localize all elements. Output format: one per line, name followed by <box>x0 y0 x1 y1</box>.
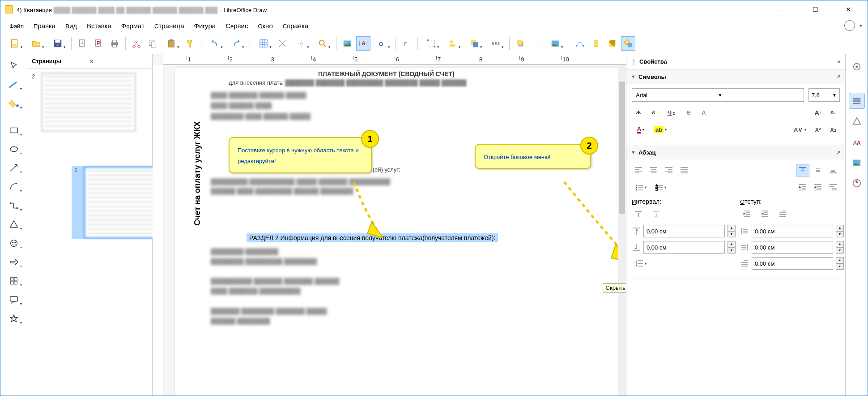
pages-panel-close[interactable]: × <box>90 58 148 65</box>
save-button[interactable] <box>48 36 68 51</box>
spinner[interactable]: ▲▼ <box>836 257 844 270</box>
crop-button[interactable] <box>529 36 544 51</box>
overline-button[interactable]: A <box>697 106 711 119</box>
increase-font-button[interactable]: A↑ <box>811 106 825 119</box>
align-obj-button[interactable] <box>443 36 463 51</box>
page-thumb-2[interactable]: 2 <box>32 73 148 131</box>
line-spacing-button[interactable] <box>632 257 650 270</box>
dec-indent-button[interactable] <box>811 181 825 194</box>
menu-tools[interactable]: Сервис <box>221 20 252 31</box>
space-above-field[interactable] <box>643 225 725 237</box>
print-button[interactable] <box>107 36 122 51</box>
pointer-tool[interactable] <box>4 58 24 74</box>
zoom-button[interactable] <box>313 36 332 51</box>
strike-button[interactable]: S <box>682 106 695 119</box>
open-button[interactable] <box>26 36 46 51</box>
spinner[interactable]: ▲▼ <box>836 241 844 254</box>
filter-button[interactable] <box>545 36 565 51</box>
basic-shapes-tool[interactable] <box>4 216 24 232</box>
align-center-button[interactable] <box>647 164 660 176</box>
line-arrow-tool[interactable] <box>4 160 24 176</box>
valign-bot-button[interactable] <box>826 164 840 176</box>
cut-button[interactable] <box>129 36 144 51</box>
close-button[interactable]: ✕ <box>838 3 859 16</box>
section-more-icon[interactable]: ↗ <box>836 73 841 80</box>
sidebar-styles-icon[interactable]: AA <box>849 134 865 150</box>
font-size-select[interactable]: 7,6▼ <box>808 88 840 102</box>
flowchart-tool[interactable] <box>4 273 24 289</box>
textbox-button[interactable]: A <box>356 36 370 51</box>
export-button[interactable] <box>75 36 89 51</box>
block-arrows-tool[interactable] <box>4 254 24 270</box>
bold-button[interactable]: Ж <box>632 106 645 119</box>
spinner[interactable]: ▲▼ <box>728 241 736 254</box>
indent-first-button[interactable] <box>776 208 789 220</box>
indent-first-field[interactable] <box>752 257 833 270</box>
arrange-button[interactable] <box>464 36 484 51</box>
menu-view[interactable]: Вид <box>61 20 81 31</box>
new-button[interactable] <box>5 36 25 51</box>
indent-left-field[interactable] <box>752 225 833 237</box>
transform-button[interactable] <box>421 36 441 51</box>
minimize-button[interactable]: — <box>772 3 792 16</box>
spinner[interactable]: ▲▼ <box>836 225 844 237</box>
menu-format[interactable]: Формат <box>117 20 149 31</box>
page-thumb-1[interactable]: 1 <box>72 166 152 239</box>
maximize-button[interactable]: ☐ <box>805 3 825 16</box>
copy-button[interactable] <box>145 36 160 51</box>
grid-button[interactable] <box>254 36 273 51</box>
section-paragraph[interactable]: Абзац <box>638 149 836 156</box>
extrusion-button[interactable] <box>605 36 619 51</box>
italic-button[interactable]: К <box>647 106 660 119</box>
globe-icon[interactable] <box>844 20 855 31</box>
space-above-inc-button[interactable] <box>632 208 645 220</box>
superscript-button[interactable]: X² <box>811 123 825 136</box>
sidebar-settings-icon[interactable] <box>849 59 865 75</box>
decrease-font-button[interactable]: A↓ <box>826 106 840 119</box>
highlight-button[interactable]: ab <box>651 123 669 136</box>
space-below-field[interactable] <box>643 241 725 254</box>
sidebar-shapes-icon[interactable] <box>849 113 865 129</box>
menu-help[interactable]: Справка <box>278 20 313 31</box>
points-button[interactable] <box>573 36 587 51</box>
menu-shape[interactable]: Фигура <box>190 20 221 31</box>
indent-inc-button[interactable] <box>740 208 753 220</box>
inc-indent-button[interactable] <box>796 181 809 194</box>
clone-format-button[interactable] <box>183 36 197 51</box>
sidebar-gallery-icon[interactable] <box>849 155 865 171</box>
align-justify-button[interactable] <box>677 164 691 176</box>
curve-tool[interactable] <box>4 179 24 195</box>
distribute-button[interactable] <box>486 36 506 51</box>
menu-dropdown-icon[interactable]: ▼ <box>859 23 863 28</box>
paste-button[interactable] <box>162 36 181 51</box>
callout-tool[interactable] <box>4 292 24 308</box>
image-button[interactable] <box>340 36 354 51</box>
ellipse-tool[interactable] <box>4 141 24 157</box>
valign-mid-button[interactable] <box>811 164 825 176</box>
space-above-dec-button[interactable] <box>650 208 663 220</box>
snap-button[interactable] <box>275 36 289 51</box>
menu-page[interactable]: Страница <box>150 20 189 31</box>
sidebar-navigator-icon[interactable] <box>849 175 865 191</box>
symbol-shapes-tool[interactable] <box>4 235 24 251</box>
properties-close[interactable]: × <box>837 58 841 65</box>
canvas-area[interactable]: 12345678910 Счет на оплату услуг ЖКХ ПЛА… <box>153 54 626 396</box>
line-color-tool[interactable] <box>4 77 24 93</box>
vertical-scrollbar[interactable] <box>618 65 626 396</box>
subscript-button[interactable]: X₂ <box>826 123 840 136</box>
font-name-select[interactable]: Arial▼ <box>632 88 804 102</box>
underline-button[interactable]: Ч <box>662 106 680 119</box>
document-page[interactable]: Счет на оплату услуг ЖКХ ПЛАТЕЖНЫЙ ДОКУМ… <box>175 68 626 396</box>
section-characters[interactable]: Символы <box>638 73 836 80</box>
section-para-more-icon[interactable]: ↗ <box>836 149 841 156</box>
spinner[interactable]: ▲▼ <box>728 225 736 237</box>
numbering-button[interactable]: 123 <box>651 181 669 194</box>
menu-edit[interactable]: Правка <box>29 20 60 31</box>
char-spacing-button[interactable]: AV <box>791 123 809 136</box>
connector-tool[interactable] <box>4 198 24 214</box>
redo-button[interactable] <box>226 36 246 51</box>
hanging-indent-button[interactable] <box>826 181 840 194</box>
menu-file[interactable]: Файл <box>5 20 28 31</box>
valign-top-button[interactable] <box>796 164 809 176</box>
special-char-button[interactable]: Ω <box>372 36 392 51</box>
